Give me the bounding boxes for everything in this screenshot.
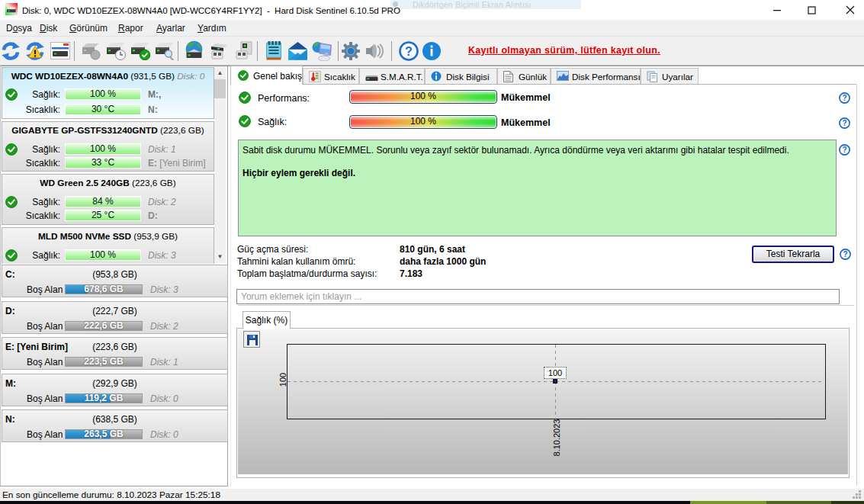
svg-text:?: ?	[405, 45, 413, 58]
svg-text:?: ?	[842, 119, 846, 127]
svg-text:?: ?	[842, 146, 846, 154]
svg-text:?: ?	[842, 94, 846, 102]
svg-text:?: ?	[843, 250, 847, 258]
